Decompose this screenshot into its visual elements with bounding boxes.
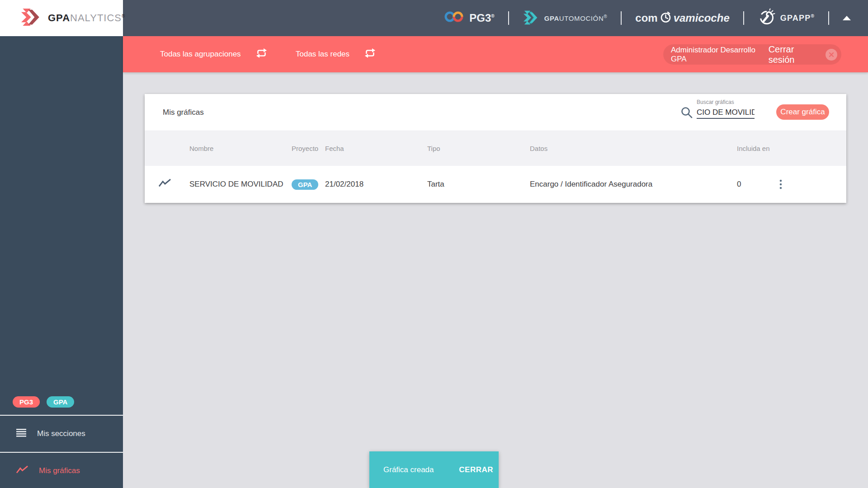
logo-separator [743, 11, 744, 25]
top-bar: GPANALYTICS® PG3® [0, 0, 868, 36]
badge-pg3[interactable]: PG3 [13, 396, 40, 408]
table-row[interactable]: SERVICIO DE MOVILIDAD GPA 21/02/2018 Tar… [145, 166, 846, 203]
toast-close-button[interactable]: CERRAR [459, 465, 499, 474]
column-header-datos: Datos [530, 145, 737, 152]
card-header: Mis gráficas Buscar gráficas CIO DE MOVI… [145, 94, 846, 131]
current-user-label[interactable]: Administrador Desarrollo GPA [671, 46, 769, 64]
clock-icon [660, 11, 672, 26]
collapse-header-arrow-icon[interactable] [843, 16, 851, 20]
column-header-nombre: Nombre [189, 145, 292, 152]
cell-name: SERVICIO DE MOVILIDAD [189, 180, 292, 189]
sidebar-item-label: Mis secciones [37, 429, 85, 438]
search-input[interactable]: Buscar gráficas CIO DE MOVILIDAD [697, 99, 755, 119]
filter-bar: Todas las agrupaciones Todas las redes [123, 36, 868, 72]
sidebar-item-mis-graficas[interactable]: Mis gráficas [0, 453, 123, 488]
gpanalytics-wordmark: GPANALYTICS® [48, 12, 125, 24]
logout-button[interactable]: Cerrar sesión [769, 44, 820, 65]
gpapp-logo[interactable]: GPAPP® [758, 8, 815, 28]
pg3-logo[interactable]: PG3® [444, 10, 494, 26]
product-logos: PG3® GPAUTOMOCIÓN® com [444, 0, 851, 36]
cell-data: Encargo / Identificador Aseguradora [530, 180, 737, 189]
cell-type: Tarta [427, 180, 530, 189]
cell-date: 21/02/2018 [325, 180, 427, 189]
row-chart-type-icon [159, 178, 189, 190]
gpanalytics-logo[interactable]: GPANALYTICS® [0, 0, 123, 36]
close-session-icon[interactable] [826, 49, 837, 61]
cell-project: GPA [292, 179, 325, 190]
toast-snackbar: Gráfica creada CERRAR [369, 451, 499, 488]
search-input-label: Buscar gráficas [697, 99, 755, 105]
sidebar-badges: PG3 GPA [13, 396, 74, 408]
gpanalytics-arrow-icon [18, 7, 42, 29]
graphs-card: Mis gráficas Buscar gráficas CIO DE MOVI… [145, 94, 846, 203]
search-icon[interactable] [680, 106, 693, 121]
logo-separator [828, 11, 829, 25]
groups-filter[interactable]: Todas las agrupaciones [160, 36, 268, 72]
project-badge: GPA [292, 179, 318, 190]
sections-menu-icon [16, 429, 26, 439]
logo-separator [621, 11, 622, 25]
compravamicoche-logo[interactable]: com vamicoche [635, 11, 729, 26]
column-header-incluida-en: Incluida en [737, 145, 777, 152]
swap-icon [364, 47, 376, 61]
logo-separator [508, 11, 509, 25]
toast-message: Gráfica creada [369, 465, 434, 474]
search-input-value: CIO DE MOVILIDAD [697, 108, 755, 117]
networks-filter[interactable]: Todas las redes [296, 36, 376, 72]
sidebar: PG3 GPA Mis secciones Mis gráfica [0, 36, 123, 488]
page-title: Mis gráficas [163, 94, 204, 131]
pg3-infinity-icon [444, 10, 465, 26]
line-chart-icon [16, 465, 28, 477]
gpautomocion-arrow-icon [523, 9, 540, 27]
column-header-proyecto: Proyecto [292, 145, 325, 152]
table-header-row: Nombre Proyecto Fecha Tipo Datos Incluid… [145, 131, 846, 166]
column-header-fecha: Fecha [325, 145, 427, 152]
gpapp-wrench-icon [758, 8, 776, 28]
create-graph-button[interactable]: Crear gráfica [776, 104, 829, 120]
sidebar-item-label: Mis gráficas [39, 466, 80, 475]
column-header-tipo: Tipo [427, 145, 530, 152]
sidebar-item-mis-secciones[interactable]: Mis secciones [0, 416, 123, 452]
session-pill: Administrador Desarrollo GPA Cerrar sesi… [663, 44, 841, 65]
row-actions-kebab-icon[interactable] [777, 178, 846, 191]
cell-included-in: 0 [737, 180, 777, 189]
gpautomocion-logo[interactable]: GPAUTOMOCIÓN® [523, 9, 608, 27]
swap-icon [255, 47, 268, 61]
badge-gpa[interactable]: GPA [47, 396, 74, 408]
app-root: GPANALYTICS® PG3® [0, 0, 868, 488]
